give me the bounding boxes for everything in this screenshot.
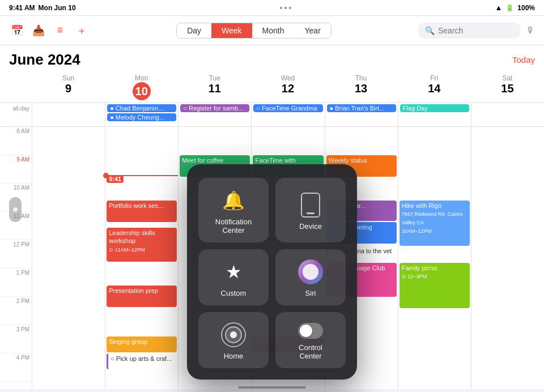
siri-inner (303, 264, 318, 280)
event-portfolio[interactable]: Portfolio work ses... (107, 201, 177, 222)
event-chad[interactable]: ● Chad Benjamin... (107, 104, 176, 112)
day-col-fri: Hike with Rigo7867 Redwood Rd, Castro Va… (398, 127, 471, 389)
qa-custom[interactable]: ★ Custom (198, 249, 269, 305)
day-name-sun: Sun (62, 74, 74, 82)
day-header-wed: Wed 12 (251, 72, 324, 103)
all-day-wed: ○ FaceTime Grandma (251, 103, 324, 126)
status-time: 9:41 AM (9, 4, 35, 12)
slot-2pm: 2 PM (0, 297, 32, 325)
qa-control-center[interactable]: ControlCenter (275, 312, 346, 368)
toolbar-left: 📅 📥 ≡ ＋ (9, 23, 90, 39)
all-day-tue: ○ Register for samb... (178, 103, 251, 126)
calendar-header: June 2024 Today (0, 45, 544, 72)
event-flagday[interactable]: Flag Day (400, 104, 469, 112)
search-input[interactable] (438, 26, 513, 35)
day-num-mon: 10 (105, 82, 178, 100)
day-num-wed: 12 (251, 82, 324, 95)
qa-siri[interactable]: Siri (275, 249, 346, 305)
home-inner (225, 326, 242, 343)
slot-4pm: 4 PM (0, 353, 32, 382)
event-brian[interactable]: ● Brian Tran's Birt... (327, 104, 396, 112)
add-icon[interactable]: ＋ (74, 23, 90, 39)
event-leadership[interactable]: Leadership skills workshop⊙ 11AM–12PM (107, 228, 177, 262)
qa-custom-label: Custom (221, 289, 246, 297)
qa-home[interactable]: Home (198, 312, 269, 368)
toggle-knob (300, 325, 312, 337)
home-icon (221, 322, 246, 347)
current-time-badge: 9:41 (107, 175, 124, 183)
status-right: ▲ 🔋 100% (495, 3, 535, 12)
day-col-mon: 9:41 Portfolio work ses... Leadership sk… (105, 127, 178, 389)
assistive-touch[interactable] (9, 197, 22, 222)
home-indicator (238, 386, 306, 389)
today-circle: 10 (133, 82, 151, 100)
view-tabs: Day Week Month Year (176, 23, 332, 39)
bell-icon: 🔔 (221, 188, 246, 213)
day-headers: Sun 9 Mon 10 Tue 11 Wed 12 Thu 13 Fri 14… (0, 72, 544, 103)
all-day-fri: Flag Day (398, 103, 471, 126)
day-name-sat: Sat (502, 74, 512, 82)
battery-pct: 100% (517, 4, 535, 12)
time-gutter-header (0, 72, 32, 103)
day-num-sun: 9 (32, 82, 105, 95)
qa-device-label: Device (299, 222, 322, 231)
tab-day[interactable]: Day (177, 23, 211, 38)
slot-9am: 9 AM (0, 155, 32, 184)
home-dot (230, 331, 237, 338)
today-button[interactable]: Today (512, 55, 535, 65)
battery-icon: 🔋 (505, 4, 514, 12)
event-hike[interactable]: Hike with Rigo7867 Redwood Rd, Castro Va… (400, 201, 470, 246)
toolbar-center: Day Week Month Year (96, 23, 411, 39)
day-col-sat (471, 127, 544, 389)
qa-home-label: Home (224, 352, 244, 360)
dot3 (289, 7, 291, 9)
current-time-line (105, 175, 178, 176)
toolbar-right: 🔍 🎙 (418, 23, 535, 39)
calendar-title: June 2024 (9, 51, 80, 69)
day-header-fri: Fri 14 (398, 72, 471, 103)
day-name-fri: Fri (430, 74, 438, 82)
star-icon: ★ (221, 259, 246, 284)
day-name-wed: Wed (281, 74, 295, 82)
tab-year[interactable]: Year (295, 23, 331, 38)
tab-month[interactable]: Month (252, 23, 295, 38)
slot-3pm: 3 PM (0, 325, 32, 353)
dot1 (280, 7, 282, 9)
device-button (307, 212, 314, 214)
list-icon[interactable]: ≡ (52, 23, 68, 39)
day-header-sat: Sat 15 (471, 72, 544, 103)
dot2 (284, 7, 287, 9)
slot-12pm: 12 PM (0, 240, 32, 269)
wifi-icon: ▲ (495, 3, 502, 12)
event-presentation[interactable]: Presentation prep (107, 286, 177, 307)
all-day-sun (32, 103, 105, 126)
qa-notification-center[interactable]: 🔔 NotificationCenter (198, 178, 269, 242)
calendar-icon[interactable]: 📅 (9, 23, 25, 39)
event-melody[interactable]: ● Melody Cheung... (107, 113, 176, 121)
event-register[interactable]: ○ Register for samb... (180, 104, 249, 112)
qa-siri-label: Siri (305, 289, 316, 297)
search-bar[interactable]: 🔍 (418, 23, 520, 39)
all-day-sat (471, 103, 544, 126)
mic-icon[interactable]: 🎙 (526, 25, 535, 36)
event-singing[interactable]: Singing group (107, 336, 177, 352)
event-picnic[interactable]: Family picnic⊙ 12–3PM (400, 263, 470, 308)
inbox-icon[interactable]: 📥 (31, 23, 46, 39)
day-num-sat: 15 (471, 82, 544, 95)
tab-week[interactable]: Week (211, 23, 252, 38)
all-day-mon: ● Chad Benjamin... ● Melody Cheung... (105, 103, 178, 126)
status-dots (280, 7, 291, 9)
qa-device[interactable]: Device (275, 178, 346, 242)
qa-control-center-label: ControlCenter (299, 343, 322, 360)
event-pickup[interactable]: ○ Pick up arts & craf... (107, 353, 177, 369)
all-day-thu: ● Brian Tran's Birt... (325, 103, 398, 126)
day-num-tue: 11 (178, 82, 251, 95)
toggle-icon (298, 323, 323, 339)
slot-8am: 8 AM (0, 127, 32, 155)
status-day: Mon Jun 10 (39, 4, 76, 12)
device-icon (301, 193, 320, 218)
at-button[interactable] (9, 197, 22, 222)
day-col-sun (32, 127, 105, 389)
event-facetime-grandma[interactable]: ○ FaceTime Grandma (253, 104, 322, 112)
siri-icon (298, 259, 323, 284)
